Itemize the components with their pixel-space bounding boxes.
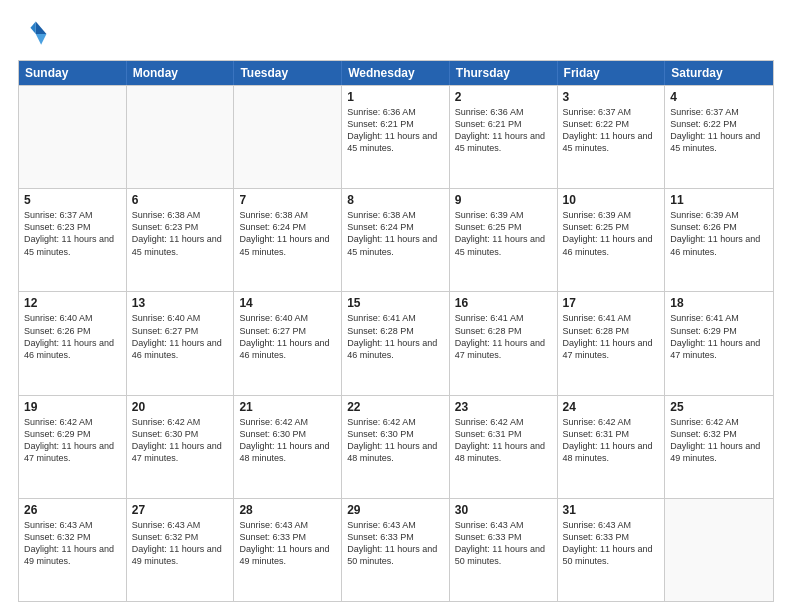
cell-day-number: 5 [24, 193, 121, 207]
calendar-header-cell: Saturday [665, 61, 773, 85]
cell-day-number: 1 [347, 90, 444, 104]
cell-day-number: 16 [455, 296, 552, 310]
cell-info-text: Sunrise: 6:43 AM Sunset: 6:33 PM Dayligh… [347, 519, 444, 568]
cell-info-text: Sunrise: 6:43 AM Sunset: 6:32 PM Dayligh… [132, 519, 229, 568]
calendar-cell: 3Sunrise: 6:37 AM Sunset: 6:22 PM Daylig… [558, 86, 666, 188]
calendar-cell [127, 86, 235, 188]
cell-info-text: Sunrise: 6:42 AM Sunset: 6:31 PM Dayligh… [563, 416, 660, 465]
cell-info-text: Sunrise: 6:43 AM Sunset: 6:33 PM Dayligh… [563, 519, 660, 568]
cell-day-number: 8 [347, 193, 444, 207]
calendar-cell [665, 499, 773, 601]
calendar-cell: 5Sunrise: 6:37 AM Sunset: 6:23 PM Daylig… [19, 189, 127, 291]
calendar-cell: 29Sunrise: 6:43 AM Sunset: 6:33 PM Dayli… [342, 499, 450, 601]
cell-day-number: 22 [347, 400, 444, 414]
page: SundayMondayTuesdayWednesdayThursdayFrid… [0, 0, 792, 612]
cell-info-text: Sunrise: 6:38 AM Sunset: 6:24 PM Dayligh… [239, 209, 336, 258]
cell-info-text: Sunrise: 6:42 AM Sunset: 6:30 PM Dayligh… [132, 416, 229, 465]
calendar-cell: 13Sunrise: 6:40 AM Sunset: 6:27 PM Dayli… [127, 292, 235, 394]
svg-marker-0 [36, 22, 47, 34]
logo-icon [18, 18, 50, 50]
cell-info-text: Sunrise: 6:42 AM Sunset: 6:29 PM Dayligh… [24, 416, 121, 465]
calendar-row: 5Sunrise: 6:37 AM Sunset: 6:23 PM Daylig… [19, 188, 773, 291]
cell-info-text: Sunrise: 6:42 AM Sunset: 6:30 PM Dayligh… [347, 416, 444, 465]
cell-info-text: Sunrise: 6:43 AM Sunset: 6:33 PM Dayligh… [239, 519, 336, 568]
cell-info-text: Sunrise: 6:40 AM Sunset: 6:26 PM Dayligh… [24, 312, 121, 361]
calendar-cell: 27Sunrise: 6:43 AM Sunset: 6:32 PM Dayli… [127, 499, 235, 601]
cell-day-number: 29 [347, 503, 444, 517]
calendar-header-row: SundayMondayTuesdayWednesdayThursdayFrid… [19, 61, 773, 85]
calendar-cell: 1Sunrise: 6:36 AM Sunset: 6:21 PM Daylig… [342, 86, 450, 188]
cell-info-text: Sunrise: 6:36 AM Sunset: 6:21 PM Dayligh… [455, 106, 552, 155]
cell-day-number: 18 [670, 296, 768, 310]
calendar-cell: 23Sunrise: 6:42 AM Sunset: 6:31 PM Dayli… [450, 396, 558, 498]
calendar-cell: 19Sunrise: 6:42 AM Sunset: 6:29 PM Dayli… [19, 396, 127, 498]
calendar-header-cell: Sunday [19, 61, 127, 85]
cell-info-text: Sunrise: 6:38 AM Sunset: 6:24 PM Dayligh… [347, 209, 444, 258]
cell-info-text: Sunrise: 6:39 AM Sunset: 6:25 PM Dayligh… [455, 209, 552, 258]
cell-day-number: 4 [670, 90, 768, 104]
cell-info-text: Sunrise: 6:41 AM Sunset: 6:28 PM Dayligh… [563, 312, 660, 361]
cell-info-text: Sunrise: 6:36 AM Sunset: 6:21 PM Dayligh… [347, 106, 444, 155]
cell-day-number: 26 [24, 503, 121, 517]
calendar-row: 12Sunrise: 6:40 AM Sunset: 6:26 PM Dayli… [19, 291, 773, 394]
svg-marker-1 [36, 34, 47, 45]
calendar-cell [234, 86, 342, 188]
calendar-header-cell: Thursday [450, 61, 558, 85]
logo [18, 18, 54, 50]
cell-day-number: 10 [563, 193, 660, 207]
cell-day-number: 3 [563, 90, 660, 104]
cell-info-text: Sunrise: 6:40 AM Sunset: 6:27 PM Dayligh… [132, 312, 229, 361]
calendar-cell: 6Sunrise: 6:38 AM Sunset: 6:23 PM Daylig… [127, 189, 235, 291]
cell-day-number: 21 [239, 400, 336, 414]
cell-info-text: Sunrise: 6:39 AM Sunset: 6:25 PM Dayligh… [563, 209, 660, 258]
calendar-cell: 28Sunrise: 6:43 AM Sunset: 6:33 PM Dayli… [234, 499, 342, 601]
calendar-header-cell: Monday [127, 61, 235, 85]
calendar-cell: 20Sunrise: 6:42 AM Sunset: 6:30 PM Dayli… [127, 396, 235, 498]
cell-info-text: Sunrise: 6:42 AM Sunset: 6:30 PM Dayligh… [239, 416, 336, 465]
cell-day-number: 17 [563, 296, 660, 310]
calendar-cell: 11Sunrise: 6:39 AM Sunset: 6:26 PM Dayli… [665, 189, 773, 291]
calendar-cell: 10Sunrise: 6:39 AM Sunset: 6:25 PM Dayli… [558, 189, 666, 291]
calendar-header-cell: Wednesday [342, 61, 450, 85]
cell-day-number: 20 [132, 400, 229, 414]
calendar-cell: 9Sunrise: 6:39 AM Sunset: 6:25 PM Daylig… [450, 189, 558, 291]
calendar-cell: 25Sunrise: 6:42 AM Sunset: 6:32 PM Dayli… [665, 396, 773, 498]
cell-info-text: Sunrise: 6:41 AM Sunset: 6:28 PM Dayligh… [347, 312, 444, 361]
cell-day-number: 27 [132, 503, 229, 517]
cell-day-number: 28 [239, 503, 336, 517]
cell-info-text: Sunrise: 6:43 AM Sunset: 6:33 PM Dayligh… [455, 519, 552, 568]
calendar-cell: 7Sunrise: 6:38 AM Sunset: 6:24 PM Daylig… [234, 189, 342, 291]
cell-day-number: 15 [347, 296, 444, 310]
calendar-cell: 12Sunrise: 6:40 AM Sunset: 6:26 PM Dayli… [19, 292, 127, 394]
calendar-cell: 4Sunrise: 6:37 AM Sunset: 6:22 PM Daylig… [665, 86, 773, 188]
cell-day-number: 25 [670, 400, 768, 414]
calendar-cell: 2Sunrise: 6:36 AM Sunset: 6:21 PM Daylig… [450, 86, 558, 188]
calendar-cell: 17Sunrise: 6:41 AM Sunset: 6:28 PM Dayli… [558, 292, 666, 394]
cell-info-text: Sunrise: 6:42 AM Sunset: 6:31 PM Dayligh… [455, 416, 552, 465]
cell-day-number: 24 [563, 400, 660, 414]
cell-day-number: 6 [132, 193, 229, 207]
calendar-cell [19, 86, 127, 188]
calendar: SundayMondayTuesdayWednesdayThursdayFrid… [18, 60, 774, 602]
cell-info-text: Sunrise: 6:37 AM Sunset: 6:22 PM Dayligh… [563, 106, 660, 155]
cell-day-number: 30 [455, 503, 552, 517]
calendar-cell: 21Sunrise: 6:42 AM Sunset: 6:30 PM Dayli… [234, 396, 342, 498]
calendar-cell: 14Sunrise: 6:40 AM Sunset: 6:27 PM Dayli… [234, 292, 342, 394]
calendar-row: 26Sunrise: 6:43 AM Sunset: 6:32 PM Dayli… [19, 498, 773, 601]
cell-day-number: 31 [563, 503, 660, 517]
cell-info-text: Sunrise: 6:41 AM Sunset: 6:28 PM Dayligh… [455, 312, 552, 361]
svg-marker-2 [30, 22, 35, 34]
cell-info-text: Sunrise: 6:38 AM Sunset: 6:23 PM Dayligh… [132, 209, 229, 258]
cell-info-text: Sunrise: 6:42 AM Sunset: 6:32 PM Dayligh… [670, 416, 768, 465]
cell-info-text: Sunrise: 6:41 AM Sunset: 6:29 PM Dayligh… [670, 312, 768, 361]
cell-day-number: 19 [24, 400, 121, 414]
calendar-cell: 30Sunrise: 6:43 AM Sunset: 6:33 PM Dayli… [450, 499, 558, 601]
cell-day-number: 2 [455, 90, 552, 104]
cell-day-number: 12 [24, 296, 121, 310]
calendar-row: 1Sunrise: 6:36 AM Sunset: 6:21 PM Daylig… [19, 85, 773, 188]
cell-info-text: Sunrise: 6:40 AM Sunset: 6:27 PM Dayligh… [239, 312, 336, 361]
calendar-header-cell: Tuesday [234, 61, 342, 85]
calendar-cell: 24Sunrise: 6:42 AM Sunset: 6:31 PM Dayli… [558, 396, 666, 498]
cell-day-number: 13 [132, 296, 229, 310]
cell-info-text: Sunrise: 6:43 AM Sunset: 6:32 PM Dayligh… [24, 519, 121, 568]
